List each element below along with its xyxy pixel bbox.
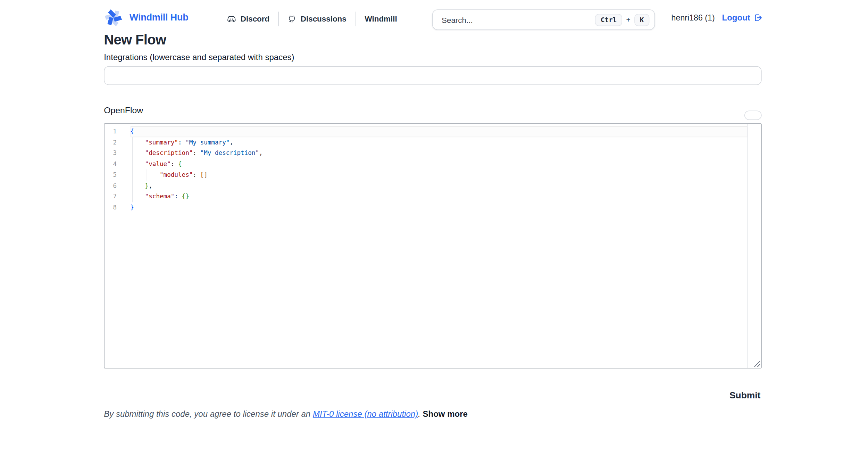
line-number: 8 xyxy=(105,202,117,213)
openflow-label: OpenFlow xyxy=(104,106,143,116)
github-discussions-icon xyxy=(288,15,296,23)
line-number: 1 xyxy=(105,126,117,137)
openflow-code-editor[interactable]: 12345678 { "summary": "My summary", "des… xyxy=(104,123,761,369)
code-line: "summary": "My summary", xyxy=(130,137,747,148)
code-line: "modules": [] xyxy=(130,169,747,180)
line-number: 4 xyxy=(105,159,117,169)
line-number: 7 xyxy=(105,191,117,202)
openflow-toggle[interactable] xyxy=(744,110,762,120)
code-line: }, xyxy=(130,180,747,191)
line-number: 6 xyxy=(105,180,117,191)
username: henri186 (1) xyxy=(671,13,715,22)
license-note: By submitting this code, you agree to li… xyxy=(104,409,468,419)
editor-gutter: 12345678 xyxy=(105,126,130,213)
search-bar[interactable]: Ctrl + K xyxy=(432,9,655,30)
line-number: 5 xyxy=(105,169,117,180)
ctrl-key-badge: Ctrl xyxy=(595,14,622,26)
main-nav: Discord Discussions Windmill xyxy=(227,8,406,30)
nav-item-windmill[interactable]: Windmill xyxy=(356,15,406,24)
nav-label: Discord xyxy=(241,15,269,24)
brand-name: Windmill Hub xyxy=(130,12,189,23)
license-text: By submitting this code, you agree to li… xyxy=(104,409,313,419)
code-line: "schema": {} xyxy=(130,191,747,202)
k-key-badge: K xyxy=(634,14,650,26)
code-line: { xyxy=(130,126,747,137)
integrations-label: Integrations (lowercase and separated wi… xyxy=(104,52,294,61)
logout-link[interactable]: Logout xyxy=(722,13,762,22)
logout-icon xyxy=(753,13,762,22)
show-more-button[interactable]: Show more xyxy=(423,409,468,419)
shortcut-plus: + xyxy=(626,16,630,24)
nav-item-discussions[interactable]: Discussions xyxy=(279,15,355,24)
brand[interactable]: Windmill Hub xyxy=(102,8,188,27)
editor-ruler-line xyxy=(747,124,748,368)
resize-grip-icon[interactable] xyxy=(753,359,760,367)
integrations-input[interactable] xyxy=(104,66,761,85)
search-input[interactable] xyxy=(441,15,595,25)
windmill-logo-icon xyxy=(102,8,124,27)
nav-label: Windmill xyxy=(365,15,397,24)
line-number: 2 xyxy=(105,137,117,148)
nav-item-discord[interactable]: Discord xyxy=(227,15,278,24)
logout-label: Logout xyxy=(722,13,750,22)
nav-label: Discussions xyxy=(301,15,347,24)
submit-button[interactable]: Submit xyxy=(729,390,760,400)
mit0-license-link[interactable]: MIT-0 license (no attribution) xyxy=(313,409,418,419)
discord-icon xyxy=(227,15,236,23)
page: Windmill Hub Discord Discussions xyxy=(0,0,868,472)
line-number: 3 xyxy=(105,148,117,159)
code-line: } xyxy=(130,202,747,213)
code-line: "value": { xyxy=(130,159,747,169)
code-line: "description": "My description", xyxy=(130,148,747,159)
user-area: henri186 (1) Logout xyxy=(671,13,762,22)
editor-code[interactable]: { "summary": "My summary", "description"… xyxy=(130,126,747,213)
page-title: New Flow xyxy=(104,32,166,48)
license-period: . xyxy=(418,409,423,419)
